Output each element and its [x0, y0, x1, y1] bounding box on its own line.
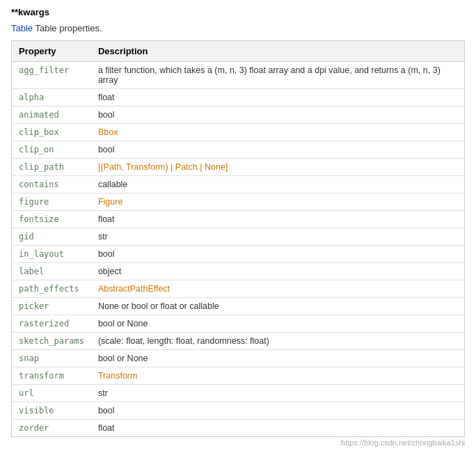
property-name[interactable]: transform [19, 371, 64, 381]
col-header-description: Description [91, 41, 465, 62]
description-cell: None or bool or float or callable [91, 298, 465, 315]
property-cell[interactable]: snap [12, 350, 91, 367]
property-name[interactable]: contains [19, 180, 59, 189]
property-name[interactable]: path_effects [19, 284, 79, 294]
table-row: zorderfloat [12, 420, 465, 437]
description-cell: Transform [91, 367, 465, 385]
description-cell: AbstractPathEffect [91, 280, 465, 298]
property-cell[interactable]: in_layout [12, 246, 91, 263]
property-name[interactable]: visible [19, 406, 54, 415]
property-name[interactable]: gid [19, 232, 34, 241]
table-row: labelobject [12, 263, 465, 280]
table-row: agg_filtera filter function, which takes… [12, 62, 465, 89]
property-name[interactable]: figure [19, 197, 49, 207]
description-cell: [(Path, Transform) | Patch | None] [91, 159, 465, 176]
property-cell[interactable]: rasterized [12, 315, 91, 333]
property-name[interactable]: sketch_params [19, 336, 84, 346]
table-row: clip_boxBbox [12, 124, 465, 141]
property-cell[interactable]: contains [12, 176, 91, 193]
property-name[interactable]: in_layout [19, 249, 64, 259]
table-row: containscallable [12, 176, 465, 193]
property-name[interactable]: snap [19, 354, 39, 363]
property-name[interactable]: clip_box [19, 127, 59, 137]
property-cell[interactable]: clip_box [12, 124, 91, 141]
table-row: alphafloat [12, 89, 465, 106]
table-row: rasterizedbool or None [12, 315, 465, 333]
description-cell: (scale: float, length: float, randomness… [91, 333, 465, 350]
table-row: in_layoutbool [12, 246, 465, 263]
property-cell[interactable]: sketch_params [12, 333, 91, 350]
property-name[interactable]: clip_path [19, 162, 64, 172]
description-cell: float [91, 420, 465, 437]
description-link[interactable]: Bbox [98, 127, 118, 137]
property-cell[interactable]: clip_on [12, 141, 91, 159]
description-cell: bool [91, 246, 465, 263]
description-cell: bool [91, 141, 465, 159]
property-name[interactable]: fontsize [19, 214, 59, 224]
description-cell: callable [91, 176, 465, 193]
table-row: snapbool or None [12, 350, 465, 367]
description-link[interactable]: Figure [98, 197, 122, 207]
table-row: visiblebool [12, 402, 465, 420]
table-row: transformTransform [12, 367, 465, 385]
property-name[interactable]: url [19, 388, 34, 398]
table-row: clip_onbool [12, 141, 465, 159]
property-name[interactable]: label [19, 267, 44, 276]
property-cell[interactable]: path_effects [12, 280, 91, 298]
table-row: gidstr [12, 228, 465, 246]
property-cell[interactable]: picker [12, 298, 91, 315]
property-name[interactable]: clip_on [19, 145, 54, 154]
property-cell[interactable]: gid [12, 228, 91, 246]
table-row: animatedbool [12, 106, 465, 124]
property-cell[interactable]: agg_filter [12, 62, 91, 89]
description-cell: float [91, 211, 465, 228]
description-cell: bool or None [91, 315, 465, 333]
description-link[interactable]: AbstractPathEffect [98, 284, 170, 294]
property-cell[interactable]: visible [12, 402, 91, 420]
property-cell[interactable]: url [12, 385, 91, 402]
table-row: path_effectsAbstractPathEffect [12, 280, 465, 298]
property-cell[interactable]: animated [12, 106, 91, 124]
table-row: clip_path[(Path, Transform) | Patch | No… [12, 159, 465, 176]
description-link[interactable]: [(Path, Transform) | Patch | None] [98, 162, 228, 172]
table-row: figureFigure [12, 193, 465, 211]
table-row: urlstr [12, 385, 465, 402]
property-cell[interactable]: fontsize [12, 211, 91, 228]
table-link[interactable]: Table [11, 23, 33, 33]
table-intro: Table Table properties. [11, 23, 465, 33]
property-name[interactable]: agg_filter [19, 65, 69, 75]
property-name[interactable]: picker [19, 301, 49, 311]
kwargs-title: **kwargs [11, 7, 465, 17]
watermark: https://blog.csdn.net/zhongbaika1shi [11, 438, 465, 447]
description-cell: float [91, 89, 465, 106]
property-cell[interactable]: transform [12, 367, 91, 385]
properties-table: Property Description agg_filtera filter … [11, 40, 465, 437]
property-name[interactable]: zorder [19, 423, 49, 433]
property-cell[interactable]: alpha [12, 89, 91, 106]
description-cell: a filter function, which takes a (m, n, … [91, 62, 465, 89]
description-cell: str [91, 385, 465, 402]
description-cell: object [91, 263, 465, 280]
description-link[interactable]: Transform [98, 371, 138, 381]
description-cell: str [91, 228, 465, 246]
property-name[interactable]: animated [19, 110, 59, 120]
table-row: pickerNone or bool or float or callable [12, 298, 465, 315]
property-cell[interactable]: clip_path [12, 159, 91, 176]
description-cell: bool [91, 402, 465, 420]
property-name[interactable]: rasterized [19, 319, 69, 328]
property-cell[interactable]: zorder [12, 420, 91, 437]
description-cell: bool or None [91, 350, 465, 367]
description-cell: bool [91, 106, 465, 124]
property-name[interactable]: alpha [19, 93, 44, 102]
property-cell[interactable]: figure [12, 193, 91, 211]
property-cell[interactable]: label [12, 263, 91, 280]
col-header-property: Property [12, 41, 91, 62]
table-row: fontsizefloat [12, 211, 465, 228]
description-cell: Bbox [91, 124, 465, 141]
table-row: sketch_params(scale: float, length: floa… [12, 333, 465, 350]
description-cell: Figure [91, 193, 465, 211]
